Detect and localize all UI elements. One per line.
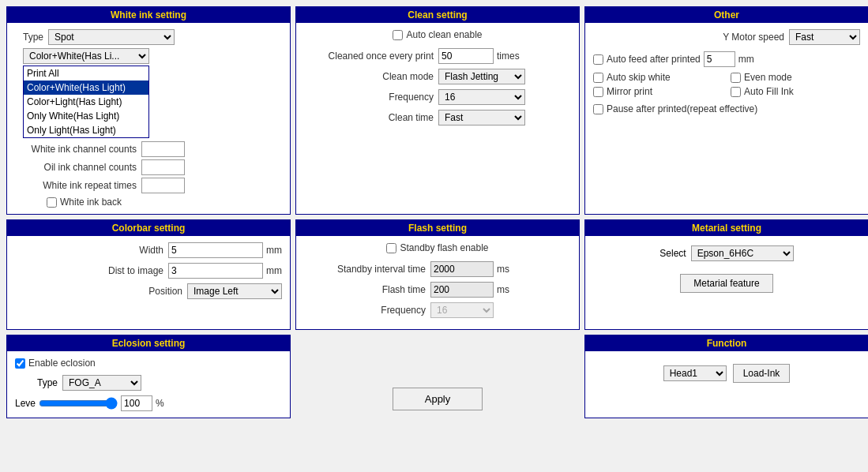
ink-mode-select-collapsed[interactable]: Color+White(Has Li...: [23, 48, 149, 64]
clean-mode-select[interactable]: Flash Jetting Normal Deep: [438, 69, 525, 84]
other-panel: Other Y Motor speed Fast Normal Slow Aut…: [584, 6, 868, 215]
interval-input[interactable]: [430, 261, 494, 277]
even-mode-label: Even mode: [744, 72, 792, 83]
position-select[interactable]: Image Left Image Right Both: [187, 283, 282, 299]
type-label: Type: [23, 32, 43, 43]
frequency-label: Frequency: [304, 92, 438, 103]
eclosion-title: Eclosion setting: [7, 335, 290, 351]
auto-feed-unit: mm: [738, 54, 754, 65]
mirror-print-row[interactable]: Mirror print: [593, 86, 723, 97]
metarial-select-label: Select: [659, 248, 686, 259]
auto-feed-row[interactable]: Auto feed after printed: [593, 54, 701, 65]
apply-button[interactable]: Apply: [393, 388, 483, 410]
flash-time-label: Flash time: [304, 284, 430, 295]
level-slider[interactable]: [39, 397, 118, 410]
type-select[interactable]: Spot: [48, 29, 175, 45]
flash-title: Flash setting: [296, 220, 579, 236]
auto-feed-checkbox[interactable]: [593, 54, 603, 65]
metarial-panel: Metarial setting Select Epson_6H6C Metar…: [584, 219, 868, 330]
other-title: Other: [585, 7, 868, 23]
function-title: Function: [585, 335, 868, 351]
dropdown-item-print-all[interactable]: Print All: [24, 66, 148, 81]
flash-time-unit: ms: [497, 284, 509, 295]
enable-eclosion-row[interactable]: Enable eclosion: [15, 358, 282, 369]
auto-fill-ink-row[interactable]: Auto Fill Ink: [731, 86, 860, 97]
auto-skip-white-row[interactable]: Auto skip white: [593, 72, 723, 83]
white-ink-back-checkbox[interactable]: [47, 197, 57, 208]
function-panel: Function Head1 Head2 Load-Ink: [584, 335, 868, 418]
pause-after-checkbox[interactable]: [593, 104, 603, 114]
auto-clean-row[interactable]: Auto clean enable: [393, 29, 482, 40]
metarial-select[interactable]: Epson_6H6C: [691, 245, 794, 261]
width-unit: mm: [266, 245, 282, 256]
width-label: Width: [89, 245, 168, 256]
clean-title: Clean setting: [296, 7, 579, 23]
standby-flash-label: Standby flash enable: [400, 242, 488, 253]
eclosion-panel: Eclosion setting Enable eclosion Type FO…: [6, 335, 291, 418]
y-motor-select[interactable]: Fast Normal Slow: [789, 29, 860, 45]
clean-time-select[interactable]: Fast Normal Slow: [438, 110, 525, 125]
auto-clean-checkbox[interactable]: [393, 30, 403, 40]
flash-time-input[interactable]: [430, 282, 494, 298]
y-motor-label: Y Motor speed: [723, 32, 789, 43]
level-label: Leve: [15, 398, 36, 409]
interval-unit: ms: [497, 264, 509, 275]
pause-after-label: Pause after printed(repeat effective): [607, 103, 757, 114]
apply-row: Apply: [295, 335, 580, 418]
even-mode-row[interactable]: Even mode: [731, 72, 860, 83]
white-channel-label: White ink channel counts: [15, 144, 141, 155]
dropdown-item-only-white[interactable]: Only White(Has Light): [24, 109, 148, 123]
dist-label: Dist to image: [89, 265, 168, 276]
auto-skip-white-checkbox[interactable]: [593, 73, 603, 83]
enable-eclosion-label: Enable eclosion: [28, 358, 96, 369]
auto-clean-label: Auto clean enable: [406, 29, 482, 40]
interval-label: Standby interval time: [304, 264, 430, 275]
standby-flash-checkbox[interactable]: [386, 243, 396, 253]
oil-channel-label: Oil ink channel counts: [15, 162, 141, 173]
pause-after-row[interactable]: Pause after printed(repeat effective): [593, 103, 860, 114]
material-feature-button[interactable]: Metarial feature: [680, 274, 772, 293]
metarial-title: Metarial setting: [585, 220, 868, 236]
dist-unit: mm: [266, 265, 282, 276]
dropdown-item-color-light[interactable]: Color+Light(Has Light): [24, 95, 148, 109]
flash-frequency-select[interactable]: 16: [430, 302, 494, 318]
cleaned-once-input[interactable]: [438, 48, 494, 64]
level-unit: %: [156, 398, 164, 409]
position-label: Position: [108, 286, 187, 297]
repeat-times-label: White ink repeat times: [15, 180, 141, 191]
level-input[interactable]: [121, 395, 152, 411]
clean-panel: Clean setting Auto clean enable Cleaned …: [295, 6, 580, 215]
auto-skip-white-label: Auto skip white: [607, 72, 671, 83]
white-ink-panel: White ink setting Type Spot Color+White(…: [6, 6, 291, 215]
even-mode-checkbox[interactable]: [731, 73, 741, 83]
auto-fill-ink-checkbox[interactable]: [731, 87, 741, 97]
oil-channel-input[interactable]: [141, 159, 185, 175]
colorbar-panel: Colorbar setting Width mm Dist to image …: [6, 219, 291, 330]
load-ink-button[interactable]: Load-Ink: [733, 364, 791, 383]
white-ink-back-checkbox-row[interactable]: White ink back: [47, 197, 122, 208]
clean-time-label: Clean time: [304, 112, 438, 123]
eclosion-type-select[interactable]: FOG_A FOG_B: [62, 375, 141, 391]
mirror-print-checkbox[interactable]: [593, 87, 603, 97]
dist-input[interactable]: [168, 263, 263, 279]
clean-mode-label: Clean mode: [304, 71, 438, 82]
cleaned-once-unit: times: [497, 51, 520, 62]
eclosion-type-label: Type: [15, 377, 62, 388]
dropdown-item-only-light[interactable]: Only Light(Has Light): [24, 123, 148, 137]
width-input[interactable]: [168, 242, 263, 258]
auto-feed-input[interactable]: [704, 51, 735, 67]
standby-flash-row[interactable]: Standby flash enable: [386, 242, 488, 253]
white-channel-input[interactable]: [141, 141, 185, 157]
auto-feed-label: Auto feed after printed: [607, 54, 701, 65]
auto-fill-ink-label: Auto Fill Ink: [744, 86, 794, 97]
flash-panel: Flash setting Standby flash enable Stand…: [295, 219, 580, 330]
repeat-times-input[interactable]: [141, 178, 185, 193]
white-ink-back-label: White ink back: [60, 197, 122, 208]
mirror-print-label: Mirror print: [607, 86, 652, 97]
enable-eclosion-checkbox[interactable]: [15, 358, 25, 369]
colorbar-title: Colorbar setting: [7, 220, 290, 236]
dropdown-item-color-white[interactable]: Color+White(Has Light): [24, 81, 148, 95]
frequency-select[interactable]: 16 8 4: [438, 89, 525, 105]
white-ink-title: White ink setting: [7, 7, 290, 23]
head-select[interactable]: Head1 Head2: [663, 365, 727, 381]
